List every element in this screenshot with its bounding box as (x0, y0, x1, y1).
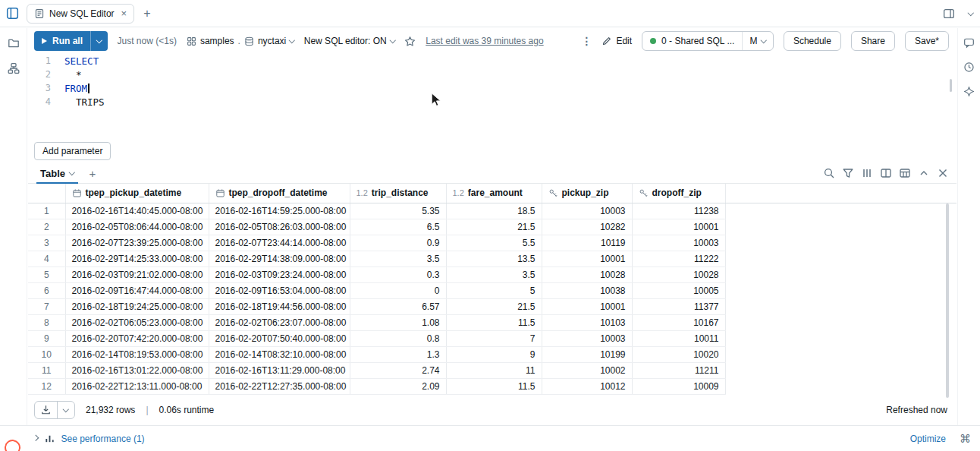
data-cell[interactable]: 6.5 (350, 219, 446, 235)
table-row[interactable]: 122016-02-22T12:13:11.000-08:002016-02-2… (28, 378, 956, 394)
data-cell[interactable]: 1.3 (350, 346, 446, 362)
new-tab-icon[interactable]: + (143, 7, 150, 20)
column-header-fare_amount[interactable]: 1.2fare_amount (446, 184, 542, 203)
row-number-cell[interactable]: 1 (28, 203, 65, 219)
data-cell[interactable]: 10103 (542, 314, 632, 330)
chevron-right-icon[interactable] (33, 437, 38, 440)
data-cell[interactable]: 2016-02-20T07:50:40.000-08:00 (209, 330, 350, 346)
table-row[interactable]: 62016-02-09T16:47:44.000-08:002016-02-09… (28, 282, 956, 298)
table-row[interactable]: 92016-02-20T07:42:20.000-08:002016-02-20… (28, 330, 956, 346)
data-cell[interactable]: 2016-02-14T08:19:53.000-08:00 (65, 346, 209, 362)
data-cell[interactable]: 10012 (542, 378, 632, 394)
data-cell[interactable]: 18.5 (446, 203, 542, 219)
data-cell[interactable]: 0.8 (350, 330, 446, 346)
row-number-cell[interactable]: 12 (28, 378, 65, 394)
data-cell[interactable]: 2016-02-16T13:11:29.000-08:00 (209, 362, 350, 378)
catalog-schema-selector[interactable]: samples . nyctaxi (187, 36, 294, 46)
code-line[interactable]: 4TRIPS (28, 95, 956, 109)
data-cell[interactable]: 10009 (632, 378, 725, 394)
data-cell[interactable]: 2016-02-16T14:59:25.000-08:00 (209, 203, 350, 219)
data-cell[interactable]: 2016-02-29T14:25:33.000-08:00 (65, 251, 209, 266)
warehouse-selector[interactable]: 0 - Shared SQL ... M (642, 31, 774, 51)
data-cell[interactable]: 11238 (632, 203, 725, 219)
data-cell[interactable]: 11 (446, 362, 542, 378)
row-number-cell[interactable]: 10 (28, 346, 65, 362)
row-number-cell[interactable]: 11 (28, 362, 65, 378)
share-button[interactable]: Share (851, 31, 895, 51)
table-row[interactable]: 42016-02-29T14:25:33.000-08:002016-02-29… (28, 251, 956, 266)
data-cell[interactable]: 10001 (542, 251, 632, 266)
data-cell[interactable]: 2.09 (350, 378, 446, 394)
column-header-pickup_zip[interactable]: pickup_zip (542, 184, 632, 203)
new-editor-toggle[interactable]: New SQL editor: ON (304, 36, 394, 46)
data-cell[interactable]: 2016-02-02T06:05:23.000-08:00 (65, 314, 209, 330)
table-row[interactable]: 102016-02-14T08:19:53.000-08:002016-02-1… (28, 346, 956, 362)
run-options-caret[interactable] (90, 31, 108, 51)
data-cell[interactable]: 11.5 (446, 378, 542, 394)
table-row[interactable]: 12016-02-16T14:40:45.000-08:002016-02-16… (28, 203, 956, 219)
table-row[interactable]: 82016-02-02T06:05:23.000-08:002016-02-02… (28, 314, 956, 330)
data-cell[interactable]: 3.5 (446, 266, 542, 282)
close-icon[interactable] (937, 167, 949, 179)
data-cell[interactable]: 10038 (542, 282, 632, 298)
data-cell[interactable]: 2016-02-18T19:24:25.000-08:00 (65, 298, 209, 314)
data-cell[interactable]: 10002 (542, 362, 632, 378)
add-visualization-icon[interactable]: + (90, 167, 96, 180)
data-cell[interactable]: 2016-02-03T09:23:24.000-08:00 (209, 266, 350, 282)
data-cell[interactable]: 11222 (632, 251, 725, 266)
data-cell[interactable]: 21.5 (446, 298, 542, 314)
row-number-cell[interactable]: 9 (28, 330, 65, 346)
data-cell[interactable]: 10028 (632, 266, 725, 282)
data-cell[interactable]: 0 (350, 282, 446, 298)
row-number-cell[interactable]: 2 (28, 219, 65, 235)
data-cell[interactable]: 7 (446, 330, 542, 346)
table-row[interactable]: 22016-02-05T08:06:44.000-08:002016-02-05… (28, 219, 956, 235)
data-cell[interactable]: 5.5 (446, 235, 542, 251)
data-cell[interactable]: 21.5 (446, 219, 542, 235)
data-cell[interactable]: 10003 (632, 235, 725, 251)
table-row[interactable]: 32016-02-07T23:39:25.000-08:002016-02-07… (28, 235, 956, 251)
see-performance-link[interactable]: See performance (1) (61, 434, 145, 444)
data-cell[interactable]: 10282 (542, 219, 632, 235)
table-row[interactable]: 52016-02-03T09:21:02.000-08:002016-02-03… (28, 266, 956, 282)
data-cell[interactable]: 10167 (632, 314, 725, 330)
data-cell[interactable]: 10119 (542, 235, 632, 251)
data-cell[interactable]: 6.57 (350, 298, 446, 314)
data-cell[interactable]: 11377 (632, 298, 725, 314)
data-cell[interactable]: 2016-02-03T09:21:02.000-08:00 (65, 266, 209, 282)
data-cell[interactable]: 10028 (542, 266, 632, 282)
data-cell[interactable]: 10003 (542, 203, 632, 219)
workspace-folder-icon[interactable] (8, 37, 20, 49)
row-number-cell[interactable]: 4 (28, 251, 65, 266)
search-icon[interactable] (823, 167, 835, 179)
data-cell[interactable]: 10001 (542, 298, 632, 314)
data-cell[interactable]: 2016-02-05T08:26:03.000-08:00 (209, 219, 350, 235)
code-line[interactable]: 3FROM (28, 81, 956, 95)
data-cell[interactable]: 2016-02-02T06:23:07.000-08:00 (209, 314, 350, 330)
data-cell[interactable]: 2016-02-18T19:44:56.000-08:00 (209, 298, 350, 314)
edit-button[interactable]: Edit (602, 36, 632, 46)
code-editor[interactable]: 1SELECT2*3FROM4TRIPS (28, 54, 956, 109)
data-cell[interactable]: 5.35 (350, 203, 446, 219)
column-header-trip_distance[interactable]: 1.2trip_distance (350, 184, 446, 203)
download-options-caret[interactable] (58, 402, 74, 418)
data-cell[interactable]: 2016-02-16T13:01:22.000-08:00 (65, 362, 209, 378)
table-scrollbar[interactable] (946, 203, 949, 398)
data-cell[interactable]: 2016-02-22T12:27:35.000-08:00 (209, 378, 350, 394)
results-tab-table[interactable]: Table (40, 163, 74, 183)
recents-clock-icon[interactable] (3, 438, 21, 451)
column-header-tpep_dropoff_datetime[interactable]: tpep_dropoff_datetime (209, 184, 350, 203)
filter-icon[interactable] (842, 167, 854, 179)
add-parameter-button[interactable]: Add parameter (34, 142, 111, 160)
data-cell[interactable]: 0.3 (350, 266, 446, 282)
row-number-cell[interactable]: 6 (28, 282, 65, 298)
data-cell[interactable]: 2.74 (350, 362, 446, 378)
panels-icon[interactable] (943, 8, 955, 20)
download-button[interactable] (34, 401, 75, 419)
data-cell[interactable]: 2016-02-07T23:39:25.000-08:00 (65, 235, 209, 251)
row-number-cell[interactable]: 5 (28, 266, 65, 282)
data-cell[interactable]: 5 (446, 282, 542, 298)
data-cell[interactable]: 9 (446, 346, 542, 362)
save-button[interactable]: Save* (905, 31, 949, 51)
row-number-cell[interactable]: 3 (28, 235, 65, 251)
